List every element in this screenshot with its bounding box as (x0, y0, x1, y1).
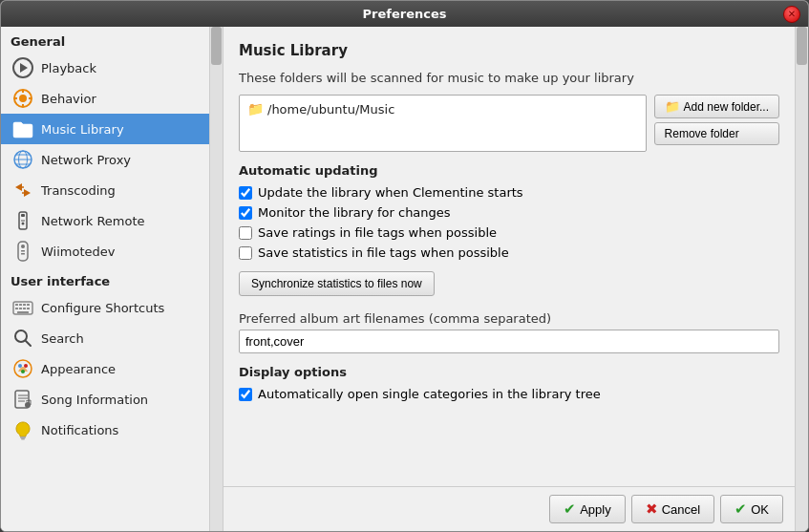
main-area: Music Library These folders will be scan… (224, 27, 808, 531)
sidebar-item-label: Appearance (41, 362, 116, 376)
svg-point-1 (19, 95, 27, 102)
folder-entry-icon: 📁 (247, 101, 264, 117)
checkbox-update-start[interactable] (239, 186, 252, 200)
checkbox-save-statistics[interactable] (239, 246, 252, 260)
folder-path: /home/ubuntu/Music (267, 102, 394, 117)
song-icon (12, 389, 33, 410)
checkbox-row-2: Monitor the library for changes (239, 205, 779, 220)
checkbox-label-1: Update the library when Clementine start… (258, 185, 523, 200)
sidebar-item-network-remote[interactable]: Network Remote (1, 205, 223, 236)
sidebar-item-music-library[interactable]: Music Library (1, 114, 223, 144)
checkbox-row-3: Save ratings in file tags when possible (239, 225, 779, 240)
sidebar-item-playback[interactable]: Playback (1, 53, 223, 83)
svg-rect-28 (23, 308, 26, 309)
sidebar-item-label: Notifications (41, 423, 118, 437)
sidebar-item-label: Search (41, 331, 84, 346)
appearance-icon (12, 358, 33, 379)
sidebar-item-label: Behavior (41, 92, 96, 106)
sidebar-item-transcoding[interactable]: Transcoding (1, 175, 223, 205)
bulb-icon (12, 419, 33, 440)
sidebar-item-label: Wiimotedev (41, 245, 115, 259)
svg-rect-14 (21, 214, 25, 217)
remote-icon (12, 210, 33, 231)
cancel-button[interactable]: ✖ Cancel (631, 495, 714, 523)
apply-button[interactable]: ✔ Apply (549, 495, 626, 523)
sync-label: Synchronize statistics to files now (251, 277, 422, 290)
apply-icon: ✔ (564, 500, 576, 518)
behavior-icon (12, 88, 33, 109)
sidebar-item-network-proxy[interactable]: Network Proxy (1, 144, 223, 175)
svg-rect-29 (27, 308, 30, 309)
add-folder-label: Add new folder... (684, 100, 769, 114)
sidebar-item-shortcuts[interactable]: Configure Shortcuts (1, 292, 223, 323)
checkbox-label-2: Monitor the library for changes (258, 205, 451, 220)
svg-rect-26 (15, 308, 18, 309)
sidebar-item-notifications[interactable]: Notifications (1, 415, 223, 445)
sidebar-item-label: Playback (41, 61, 96, 75)
svg-point-31 (15, 330, 27, 342)
checkbox-auto-open[interactable] (239, 388, 252, 401)
svg-rect-20 (21, 253, 25, 255)
folder-music-icon (12, 118, 33, 139)
cancel-icon: ✖ (646, 500, 658, 518)
ok-button[interactable]: ✔ OK (720, 495, 783, 523)
preferred-art-label: Preferred album art filenames (comma sep… (239, 311, 779, 326)
sidebar-item-label: Network Proxy (41, 153, 131, 167)
checkbox-row-1: Update the library when Clementine start… (239, 185, 779, 200)
svg-point-34 (18, 364, 22, 368)
search-icon (12, 328, 33, 349)
ok-label: OK (751, 502, 769, 517)
main-scrollbar[interactable] (795, 27, 808, 531)
sync-button[interactable]: Synchronize statistics to files now (239, 271, 435, 296)
add-folder-button[interactable]: 📁 Add new folder... (654, 95, 779, 118)
svg-rect-30 (17, 311, 29, 313)
display-options-label: Display options (239, 365, 779, 379)
folder-list: 📁 /home/ubuntu/Music (239, 95, 647, 152)
svg-rect-24 (23, 304, 26, 306)
sidebar-item-label: Network Remote (41, 214, 145, 228)
svg-rect-25 (27, 304, 30, 306)
sidebar-item-search[interactable]: Search (1, 323, 223, 353)
sidebar-item-label: Transcoding (41, 183, 116, 198)
checkbox-monitor-changes[interactable] (239, 206, 252, 220)
main-description: These folders will be scanned for music … (239, 71, 779, 85)
page-title: Music Library (239, 42, 779, 59)
sidebar-item-song-info[interactable]: Song Information (1, 384, 223, 415)
bottom-bar: ✔ Apply ✖ Cancel ✔ OK (224, 486, 795, 531)
general-section-header: General (1, 27, 223, 53)
sidebar-item-behavior[interactable]: Behavior (1, 83, 223, 114)
ok-icon: ✔ (734, 500, 747, 518)
transcoding-icon (12, 180, 33, 201)
svg-rect-27 (19, 308, 22, 309)
checkbox-row-5: Automatically open single categories in … (239, 387, 779, 401)
sidebar-scrollbar[interactable] (209, 27, 223, 531)
svg-rect-22 (15, 304, 18, 306)
sidebar-item-wiimotedev[interactable]: Wiimotedev (1, 236, 223, 266)
sidebar-scroll-thumb (211, 27, 222, 65)
svg-rect-19 (21, 250, 25, 252)
ui-section-header: User interface (1, 266, 223, 292)
checkbox-row-4: Save statistics in file tags when possib… (239, 245, 779, 260)
svg-point-35 (24, 364, 28, 368)
folder-entry: 📁 /home/ubuntu/Music (244, 99, 642, 118)
svg-point-15 (22, 223, 25, 225)
folder-row: 📁 /home/ubuntu/Music 📁 Add new folder...… (239, 95, 779, 152)
close-button[interactable]: ✕ (783, 6, 800, 23)
keyboard-icon (12, 297, 33, 318)
checkbox-label-4: Save statistics in file tags when possib… (258, 245, 509, 260)
folder-buttons: 📁 Add new folder... Remove folder (654, 95, 779, 152)
globe-icon (12, 149, 33, 170)
remove-folder-button[interactable]: Remove folder (654, 122, 779, 145)
svg-rect-23 (19, 304, 22, 306)
cancel-label: Cancel (662, 502, 700, 517)
sidebar-item-label: Configure Shortcuts (41, 301, 164, 315)
auto-update-label: Automatic updating (239, 163, 779, 178)
play-icon (12, 57, 33, 78)
checkbox-save-ratings[interactable] (239, 226, 252, 240)
sidebar-item-label: Song Information (41, 393, 148, 407)
main-content: Music Library These folders will be scan… (224, 27, 795, 486)
preferred-art-input[interactable] (239, 330, 779, 353)
titlebar: Preferences ✕ (1, 1, 808, 27)
dialog-title: Preferences (363, 7, 447, 21)
sidebar-item-appearance[interactable]: Appearance (1, 353, 223, 384)
